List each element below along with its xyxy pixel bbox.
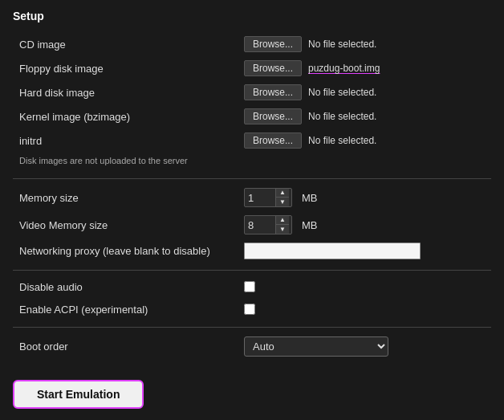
disk-images-section: CD image Browse... No file selected. Flo… xyxy=(13,32,491,172)
video-memory-increment[interactable]: ▲ xyxy=(276,216,289,225)
floppy-image-controls: Browse... puzdug-boot.img xyxy=(244,60,485,76)
networking-row: Networking proxy (leave blank to disable… xyxy=(13,239,491,263)
video-memory-spinner-buttons: ▲ ▼ xyxy=(275,216,289,234)
divider-1 xyxy=(13,178,491,179)
start-emulation-container: Start Emulation xyxy=(13,367,491,418)
cd-image-label: CD image xyxy=(19,39,244,51)
initrd-controls: Browse... No file selected. xyxy=(244,133,485,149)
memory-size-label: Memory size xyxy=(19,192,244,204)
networking-label: Networking proxy (leave blank to disable… xyxy=(19,245,244,257)
options-section: Disable audio Enable ACPI (experimental) xyxy=(13,275,491,320)
cd-image-row: CD image Browse... No file selected. xyxy=(13,32,491,56)
start-emulation-button[interactable]: Start Emulation xyxy=(13,380,144,409)
hard-disk-row: Hard disk image Browse... No file select… xyxy=(13,80,491,104)
cd-image-status: No file selected. xyxy=(308,39,376,50)
video-memory-unit: MB xyxy=(302,219,318,231)
memory-size-unit: MB xyxy=(302,192,318,204)
initrd-row: initrd Browse... No file selected. xyxy=(13,128,491,153)
video-memory-label: Video Memory size xyxy=(19,219,244,231)
disk-info-text: Disk images are not uploaded to the serv… xyxy=(13,153,491,172)
video-memory-input[interactable] xyxy=(245,218,275,233)
initrd-status: No file selected. xyxy=(308,135,376,146)
hard-disk-label: Hard disk image xyxy=(19,87,244,99)
setup-panel: Setup CD image Browse... No file selecte… xyxy=(0,0,504,420)
enable-acpi-controls xyxy=(244,304,485,315)
boot-order-row: Boot order Auto CD-ROM Hard Disk Floppy xyxy=(13,332,491,361)
memory-size-spinner: ▲ ▼ xyxy=(244,188,292,207)
hard-disk-controls: Browse... No file selected. xyxy=(244,84,485,100)
enable-acpi-row: Enable ACPI (experimental) xyxy=(13,298,491,320)
boot-order-label: Boot order xyxy=(19,340,244,353)
disable-audio-row: Disable audio xyxy=(13,275,491,298)
kernel-image-row: Kernel image (bzimage) Browse... No file… xyxy=(13,104,491,128)
memory-size-controls: ▲ ▼ MB xyxy=(244,188,485,207)
section-title: Setup xyxy=(13,10,491,22)
video-memory-decrement[interactable]: ▼ xyxy=(276,225,289,234)
divider-3 xyxy=(13,327,491,328)
disable-audio-label: Disable audio xyxy=(19,281,244,293)
hard-disk-browse-button[interactable]: Browse... xyxy=(244,84,302,100)
enable-acpi-label: Enable ACPI (experimental) xyxy=(19,304,244,316)
networking-input[interactable] xyxy=(244,243,421,259)
floppy-image-browse-button[interactable]: Browse... xyxy=(244,60,302,76)
cd-image-browse-button[interactable]: Browse... xyxy=(244,36,302,52)
floppy-image-row: Floppy disk image Browse... puzdug-boot.… xyxy=(13,56,491,80)
initrd-label: initrd xyxy=(19,135,244,147)
memory-section: Memory size ▲ ▼ MB Video Memory size xyxy=(13,184,491,263)
kernel-image-label: Kernel image (bzimage) xyxy=(19,111,244,123)
networking-controls xyxy=(244,243,485,259)
enable-acpi-checkbox[interactable] xyxy=(244,304,255,315)
boot-section: Boot order Auto CD-ROM Hard Disk Floppy xyxy=(13,332,491,361)
memory-size-spinner-buttons: ▲ ▼ xyxy=(275,189,289,206)
divider-2 xyxy=(13,270,491,271)
kernel-image-status: No file selected. xyxy=(308,111,376,122)
cd-image-controls: Browse... No file selected. xyxy=(244,36,485,52)
floppy-image-filename: puzdug-boot.img xyxy=(308,63,380,74)
memory-size-decrement[interactable]: ▼ xyxy=(276,198,289,206)
memory-size-increment[interactable]: ▲ xyxy=(276,189,289,198)
boot-order-controls: Auto CD-ROM Hard Disk Floppy xyxy=(244,336,485,357)
video-memory-row: Video Memory size ▲ ▼ MB xyxy=(13,211,491,239)
video-memory-spinner: ▲ ▼ xyxy=(244,215,292,234)
boot-order-select[interactable]: Auto CD-ROM Hard Disk Floppy xyxy=(244,336,388,357)
kernel-image-browse-button[interactable]: Browse... xyxy=(244,108,302,124)
disable-audio-controls xyxy=(244,281,485,292)
memory-size-input[interactable] xyxy=(245,190,275,206)
memory-size-row: Memory size ▲ ▼ MB xyxy=(13,184,491,211)
initrd-browse-button[interactable]: Browse... xyxy=(244,133,302,149)
kernel-image-controls: Browse... No file selected. xyxy=(244,108,485,124)
video-memory-controls: ▲ ▼ MB xyxy=(244,215,485,234)
floppy-image-label: Floppy disk image xyxy=(19,63,244,75)
hard-disk-status: No file selected. xyxy=(308,87,376,98)
disable-audio-checkbox[interactable] xyxy=(244,281,255,292)
